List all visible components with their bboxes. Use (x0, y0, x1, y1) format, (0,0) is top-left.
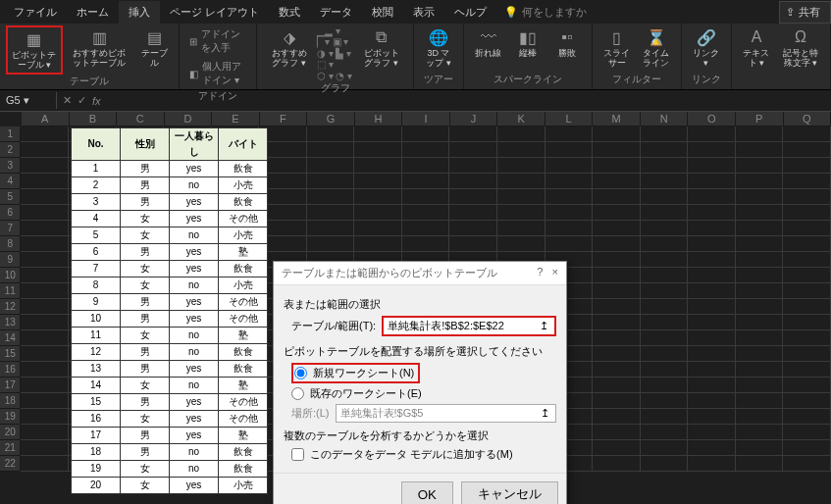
cell[interactable] (641, 126, 689, 142)
row-header[interactable]: 18 (0, 393, 21, 409)
cell[interactable] (449, 158, 497, 174)
cell[interactable] (593, 456, 641, 472)
cell[interactable] (688, 346, 736, 362)
tab-help[interactable]: ヘルプ (444, 1, 496, 24)
table-cell[interactable]: yes (170, 243, 219, 260)
radio-new-worksheet[interactable]: 新規ワークシート(N) (291, 363, 420, 383)
table-cell[interactable]: 19 (72, 460, 121, 477)
dialog-help-icon[interactable]: ? (537, 266, 543, 277)
cell[interactable] (783, 409, 831, 425)
table-cell[interactable]: yes (170, 410, 219, 427)
table-cell[interactable]: 13 (72, 360, 121, 377)
table-cell[interactable]: 女 (121, 327, 170, 343)
row-header[interactable]: 20 (0, 425, 21, 440)
cell[interactable] (688, 330, 736, 346)
table-cell[interactable]: yes (170, 260, 219, 277)
table-cell[interactable]: 小売 (219, 176, 268, 193)
row-header[interactable]: 3 (0, 158, 21, 174)
cell[interactable] (593, 330, 641, 346)
cell[interactable] (21, 283, 69, 299)
cell[interactable] (783, 456, 831, 472)
cell[interactable] (593, 158, 641, 174)
table-cell[interactable]: 男 (121, 193, 170, 210)
cell[interactable] (402, 236, 450, 252)
cell[interactable] (783, 393, 831, 409)
tab-formulas[interactable]: 数式 (269, 1, 310, 24)
tab-view[interactable]: 表示 (403, 1, 444, 24)
sparkline-col-button[interactable]: ▮▯縦棒 (509, 25, 546, 61)
chart-type-row3[interactable]: ⬡ ▾ ◔ ▾ (317, 71, 353, 81)
tab-insert[interactable]: 挿入 (119, 1, 160, 24)
cell[interactable] (545, 142, 594, 158)
table-cell[interactable]: その他 (219, 393, 268, 410)
cell[interactable] (497, 205, 545, 221)
table-cell[interactable]: yes (170, 360, 219, 377)
cell[interactable] (641, 142, 689, 158)
cell[interactable] (593, 315, 641, 330)
cell[interactable] (688, 425, 736, 440)
tab-review[interactable]: 校閲 (362, 1, 403, 24)
cell[interactable] (736, 378, 784, 393)
tab-home[interactable]: ホーム (67, 1, 119, 24)
cell[interactable] (736, 205, 784, 221)
cell[interactable] (354, 142, 402, 158)
column-header[interactable]: G (307, 112, 355, 126)
cell[interactable] (21, 425, 69, 440)
cell[interactable] (21, 126, 69, 142)
cell[interactable] (307, 174, 355, 189)
cell[interactable] (783, 283, 831, 299)
table-cell[interactable]: 14 (72, 377, 121, 393)
cell[interactable] (402, 142, 450, 158)
pivot-table-button[interactable]: ▦ ピボットテーブル ▾ (6, 25, 63, 75)
cell[interactable] (21, 393, 69, 409)
cell[interactable] (736, 158, 784, 174)
cell[interactable] (688, 315, 736, 330)
radio-existing-worksheet[interactable]: 既存のワークシート(E) (291, 386, 556, 401)
table-cell[interactable]: no (170, 377, 219, 393)
recommended-pivot-button[interactable]: ▥ おすすめピボットテーブル (65, 25, 133, 71)
table-cell[interactable]: 男 (121, 343, 170, 360)
table-cell[interactable]: 男 (121, 160, 170, 176)
cell[interactable] (354, 189, 402, 205)
cell[interactable] (21, 252, 69, 268)
table-cell[interactable]: 塾 (219, 243, 268, 260)
cell[interactable] (641, 221, 689, 236)
row-header[interactable]: 4 (0, 174, 21, 189)
cell[interactable] (783, 174, 831, 189)
cell[interactable] (593, 221, 641, 236)
location-input[interactable]: 単純集計表!$G$5 ↥ (336, 404, 557, 423)
cell[interactable] (354, 174, 402, 189)
cell[interactable] (21, 158, 69, 174)
row-header[interactable]: 9 (0, 252, 21, 268)
cell[interactable] (688, 158, 736, 174)
cell[interactable] (21, 174, 69, 189)
cell[interactable] (688, 440, 736, 456)
cell[interactable] (449, 142, 497, 158)
cell[interactable] (736, 142, 784, 158)
table-cell[interactable]: 16 (72, 410, 121, 427)
radio-existing-input[interactable] (291, 387, 304, 400)
column-header[interactable]: O (688, 112, 736, 126)
column-header[interactable]: N (641, 112, 689, 126)
table-cell[interactable]: 塾 (219, 427, 268, 443)
chart-type-row2[interactable]: ◑ ▾ ▙ ▾ ⬚ ▾ (317, 48, 353, 70)
cell[interactable] (688, 205, 736, 221)
table-cell[interactable]: no (170, 176, 219, 193)
cell[interactable] (688, 252, 736, 268)
cell[interactable] (688, 126, 736, 142)
cell[interactable] (688, 283, 736, 299)
table-cell[interactable]: 男 (121, 360, 170, 377)
cell[interactable] (593, 393, 641, 409)
cell[interactable] (783, 221, 831, 236)
cell[interactable] (21, 315, 69, 330)
column-header[interactable]: K (497, 112, 545, 126)
cell[interactable] (21, 299, 69, 315)
row-header[interactable]: 7 (0, 221, 21, 236)
row-header[interactable]: 8 (0, 236, 21, 252)
cell[interactable] (593, 362, 641, 378)
table-cell[interactable]: その他 (219, 310, 268, 327)
table-cell[interactable]: yes (170, 427, 219, 443)
table-cell[interactable]: 6 (72, 243, 121, 260)
table-cell[interactable]: 飲食 (219, 460, 268, 477)
cell[interactable] (307, 221, 355, 236)
